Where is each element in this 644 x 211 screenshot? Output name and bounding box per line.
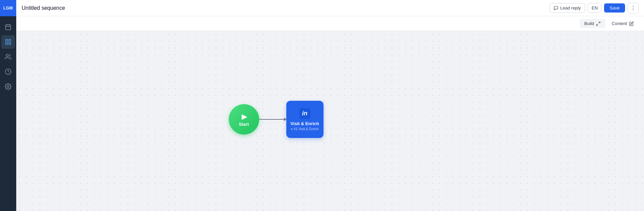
edit-icon xyxy=(629,21,634,26)
linkedin-logo: in xyxy=(299,108,310,119)
lead-reply-icon xyxy=(554,6,558,10)
svg-rect-0 xyxy=(6,25,11,30)
sidebar-item-activity[interactable] xyxy=(1,65,15,78)
sidebar-item-flows[interactable] xyxy=(1,35,15,49)
more-icon: ⋮ xyxy=(630,5,636,11)
svg-point-10 xyxy=(7,86,9,88)
linkedin-node[interactable]: in Visit & Enrich ≡ #1 Visit & Enrich xyxy=(286,101,324,138)
subtoolbar: Build Content xyxy=(16,16,644,31)
tab-build[interactable]: Build xyxy=(580,19,606,28)
start-label: Start xyxy=(239,122,249,127)
sidebar: LGM xyxy=(0,0,16,211)
flow-canvas[interactable]: ▶ Start in Visit & Enrich ≡ #1 Visit & E… xyxy=(16,31,644,211)
flow-container: ▶ Start in Visit & Enrich ≡ #1 Visit & E… xyxy=(229,101,324,138)
play-icon: ▶ xyxy=(242,112,247,121)
start-node[interactable]: ▶ Start xyxy=(229,104,259,135)
save-button[interactable]: Save xyxy=(604,3,625,13)
node-subtitle: ≡ #1 Visit & Enrich xyxy=(291,127,318,131)
svg-rect-7 xyxy=(9,43,11,45)
main-area: Untitled sequence Lead reply EN Save ⋮ B… xyxy=(16,0,644,211)
svg-rect-5 xyxy=(9,40,11,42)
svg-point-8 xyxy=(6,54,8,57)
sidebar-item-calendar[interactable] xyxy=(1,20,15,34)
flow-arrow xyxy=(259,119,286,120)
svg-line-11 xyxy=(599,22,600,23)
arrow-line xyxy=(259,119,286,120)
node-subtitle-icon: ≡ xyxy=(291,127,293,131)
linkedin-logo-text: in xyxy=(302,110,308,117)
lead-reply-button[interactable]: Lead reply xyxy=(549,3,585,13)
language-button[interactable]: EN xyxy=(588,3,601,13)
page-title: Untitled sequence xyxy=(22,5,549,11)
sidebar-item-settings[interactable] xyxy=(1,80,15,93)
tab-content[interactable]: Content xyxy=(607,19,639,28)
build-icon xyxy=(596,21,601,26)
app-logo[interactable]: LGM xyxy=(0,0,16,16)
node-title: Visit & Enrich xyxy=(290,121,319,126)
sidebar-nav xyxy=(1,16,15,211)
more-options-button[interactable]: ⋮ xyxy=(628,3,639,14)
svg-rect-6 xyxy=(6,43,8,45)
svg-rect-4 xyxy=(6,40,8,42)
svg-line-12 xyxy=(597,24,598,25)
topbar-actions: Lead reply EN Save ⋮ xyxy=(549,3,639,14)
topbar: Untitled sequence Lead reply EN Save ⋮ xyxy=(16,0,644,16)
sidebar-item-users[interactable] xyxy=(1,50,15,64)
